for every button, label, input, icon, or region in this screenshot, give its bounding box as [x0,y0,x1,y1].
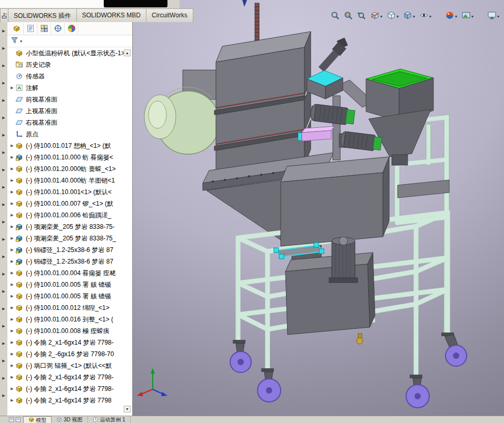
caret-down-icon[interactable]: ▾ [397,14,399,19]
expand-arrow-icon[interactable]: ▶ [9,213,15,217]
tree-item[interactable]: ▶(-) 侍100.01.00.012 绵隉_<1> [7,302,132,314]
expand-arrow-icon[interactable]: ▶ [9,317,15,321]
tree-item[interactable]: 右视基准面 [7,117,132,128]
edit-appearance-button[interactable]: ▾ [443,9,459,23]
expand-arrow-icon[interactable]: ▶ [9,178,15,183]
expand-arrow-icon[interactable]: ▶ [9,248,15,252]
tree-item[interactable]: ▶(-) 项涮栾夎_205 梦岩 8338-75- [7,221,132,233]
flyout-arrow-icon[interactable]: ▶ [0,74,7,92]
tree-item[interactable]: ▶(-) 侍100.01.20.000蚄 蔷蝾_<1> [7,163,132,175]
flyout-arrow-icon[interactable]: ▶ [0,22,7,39]
graphics-area[interactable]: ▾▾▾▾▾▾▾ [133,0,504,416]
tree-item[interactable]: ▶A注解 [7,82,132,94]
tree-item[interactable]: 历史记录 [7,59,132,70]
flyout-arrow-icon[interactable]: ▶ [0,196,7,213]
tree-item[interactable]: ▶(-) 项涮栾夎_205 梦岩 8338-75_ [7,233,132,244]
expand-arrow-icon[interactable]: ▶ [9,225,15,229]
tree-item[interactable]: 小型低温粉碎机 (默认<显示状态-1> [7,47,132,59]
statusbar-tab-1[interactable]: 3D 视图 [52,416,88,423]
apply-scene-button[interactable]: ▾ [460,9,475,23]
tree-item[interactable]: ▶(-) 侍100.01.00.005 署 赅 镱锧 [7,290,132,302]
expand-arrow-icon[interactable]: ▶ [9,294,15,298]
expand-arrow-icon[interactable]: ▶ [9,190,15,194]
caret-down-icon[interactable]: ▾ [380,14,382,19]
display-style-button[interactable]: ▾ [401,9,417,23]
expand-arrow-icon[interactable]: ▶ [9,259,15,264]
tree-item[interactable]: ▶(-) 侍100.01.00.006 铪痂踽溠_ [7,209,132,221]
tree-item[interactable]: ▶(-) 侍100.01.00.008 極 痓蝾痍 [7,325,132,337]
tree-item[interactable]: 传感器 [7,70,132,82]
expand-arrow-icon[interactable]: ▶ [9,364,15,368]
zoom-area-button[interactable] [342,10,354,23]
section-view-button[interactable]: ▾ [369,9,384,23]
statusbar-tab-0[interactable]: 模型 [23,416,52,423]
flyout-arrow-icon[interactable]: ▶ [0,144,7,161]
tree-item[interactable]: ▶(-) 锦磦弪_1.2-25x38-6 梦岩 87 [7,244,132,256]
expand-arrow-icon[interactable]: ▶ [9,155,15,159]
flyout-arrow-icon[interactable]: ▶ [0,213,7,230]
ribbon-tab-0[interactable]: SOLIDWORKS 插件 [8,8,77,22]
tree-item[interactable]: ▶(-) 侍100.01.017 想枘_<1> (默 [7,140,132,152]
tree-item[interactable]: ▶(-) 侍100.01.10.000 蚄 晷痫篓< [7,152,132,163]
flyout-arrow-icon[interactable]: ▶ [0,178,7,196]
expand-arrow-icon[interactable]: ▶ [9,167,15,171]
tree-item[interactable]: ▶(-) 令腧 2_-6gx16 梦岩 7798-70 [7,348,132,360]
tree-item[interactable]: ▶(-) 侍100.01.00.004 晷痫篓 痓栳 [7,267,132,279]
tree-scroll-down[interactable]: ▼ [124,406,131,412]
expand-arrow-icon[interactable]: ▶ [9,329,15,333]
caret-down-icon[interactable]: ▾ [429,14,431,19]
expand-arrow-icon[interactable]: ▶ [9,375,15,379]
tree-item[interactable]: ▶(-) 锦磦弪_1.2-25x38-6 梦岩 87 [7,256,132,267]
expand-arrow-icon[interactable]: ▶ [9,202,15,206]
expand-arrow-icon[interactable]: ▶ [9,86,15,90]
flyout-arrow-icon[interactable]: ▶ [0,317,7,335]
filter-funnel-icon[interactable] [11,36,18,46]
expand-arrow-icon[interactable]: ▶ [9,144,15,148]
caret-down-icon[interactable]: ▾ [413,14,415,19]
expand-arrow-icon[interactable]: ▶ [9,387,15,391]
flyout-arrow-icon[interactable]: ▶ [0,335,7,352]
flyout-arrow-icon[interactable]: ▶ [0,39,7,57]
flyout-arrow-icon[interactable]: ▶ [0,161,7,178]
tree-scroll-up[interactable]: ▲ [124,49,131,56]
ribbon-tab-1[interactable]: SOLIDWORKS MBD [76,8,146,22]
ribbon-edge-tab[interactable]: 占 [0,8,8,22]
tree-item[interactable]: 上视基准面 [7,105,132,117]
tree-item[interactable]: ▶(-) 令腧 2_x1-6gx14 梦岩 7798 [7,395,132,406]
propertymanager-tab[interactable] [24,23,37,34]
flyout-arrow-icon[interactable]: ▶ [0,352,7,369]
tree-item[interactable]: ▶(-) 侍100.01.00.016 刭整_<1> ( [7,314,132,325]
caret-down-icon[interactable]: ▾ [20,39,22,44]
view-orientation-button[interactable]: ▾ [385,9,400,23]
expand-arrow-icon[interactable]: ▶ [9,398,15,402]
expand-arrow-icon[interactable]: ▶ [9,340,15,345]
caret-down-icon[interactable]: ▾ [497,14,499,19]
expand-arrow-icon[interactable]: ▶ [9,271,15,275]
tree-item[interactable]: ▶(-) 埚口弼 辐箍_<1> (默认<<默 [7,360,132,371]
tree-item[interactable]: ▶(-) 令腧 2_x1-6gx14 梦岩 7798- [7,337,132,348]
flyout-arrow-icon[interactable]: ▶ [0,92,7,109]
expand-arrow-icon[interactable]: ▶ [9,236,15,240]
flyout-arrow-icon[interactable]: ▶ [0,369,7,387]
flyout-arrow-icon[interactable]: ▶ [0,230,7,248]
tree-item[interactable]: ▶(-) 侍100.01.00.007 锣_<1> (默 [7,198,132,209]
flyout-arrow-icon[interactable]: ▶ [0,387,7,404]
view-settings-button[interactable]: ▾ [486,9,501,23]
statusbar-tab-2[interactable]: 运动算例 1 [88,416,131,423]
tree-item[interactable]: ▶(-) 令腧 2_x1-6gx14 梦岩 7798- [7,371,132,383]
sheet-icon[interactable] [15,415,21,423]
configurationmanager-tab[interactable] [37,23,51,34]
tree-item[interactable]: ▶(-) 令腧 2_x1-6gx14 梦岩 7798- [7,383,132,395]
flyout-arrow-icon[interactable]: ▶ [0,109,7,126]
previous-view-button[interactable] [355,10,368,23]
zoom-fit-button[interactable] [329,10,341,23]
tree-item[interactable]: ▶(-) 侍100.01.10.001<1> (默认< [7,186,132,198]
ribbon-tab-2[interactable]: CircuitWorks [146,8,193,22]
tree-item[interactable]: 前视基准面 [7,94,132,105]
featuremanager-tab[interactable] [10,23,24,34]
dimxpertmanager-tab[interactable] [51,23,65,34]
flyout-arrow-icon[interactable]: ▶ [0,126,7,144]
displaymanager-tab[interactable] [65,23,78,34]
tree-item[interactable]: ▶(-) 侍100.01.00.005 署 赅 镱锧 [7,279,132,290]
hide-show-items-button[interactable]: ▾ [418,9,433,23]
